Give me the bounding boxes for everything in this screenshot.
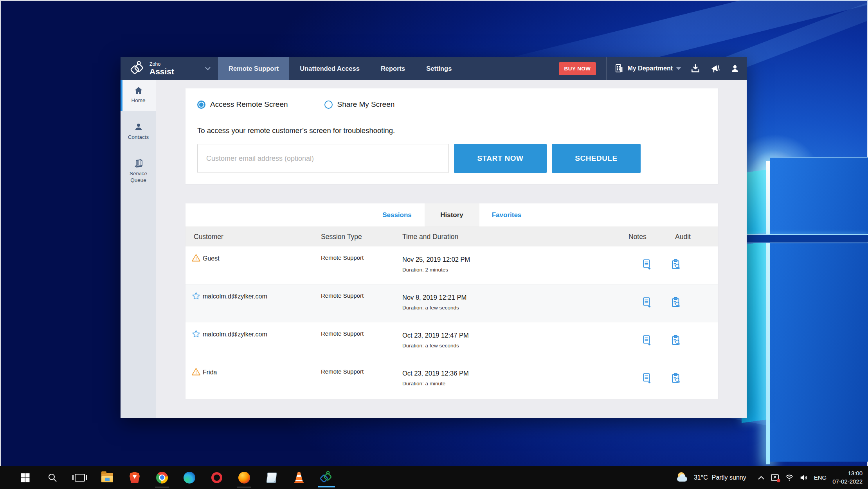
audit-icon <box>671 259 682 271</box>
radio-unselected-icon[interactable] <box>324 101 333 109</box>
add-note-button[interactable] <box>642 373 652 386</box>
start-button[interactable] <box>16 467 34 488</box>
audit-button[interactable] <box>671 297 682 310</box>
sidebar-item-contacts[interactable]: Contacts <box>121 118 156 145</box>
audit-button[interactable] <box>671 259 682 272</box>
sidebar-item-label: Service Queue <box>126 171 151 184</box>
zoho-assist-logo-icon <box>129 60 146 77</box>
chrome-button[interactable] <box>153 467 171 488</box>
sessions-panel: Sessions History Favorites Customer Sess… <box>185 203 718 399</box>
note-add-icon <box>642 259 652 271</box>
notepad-icon <box>267 473 277 483</box>
tab-favorites[interactable]: Favorites <box>479 203 534 227</box>
task-view-icon <box>75 474 85 482</box>
session-duration: Duration: a few seconds <box>402 305 459 311</box>
favorite-star-icon[interactable] <box>191 329 201 340</box>
zoho-assist-window: Zoho Assist Remote Support Unattended Ac… <box>121 57 747 418</box>
edge-icon <box>184 472 195 484</box>
profile-icon <box>730 64 740 73</box>
download-button[interactable] <box>690 63 701 74</box>
notepad-button[interactable] <box>262 467 281 488</box>
schedule-button[interactable]: SCHEDULE <box>552 144 641 173</box>
tab-settings[interactable]: Settings <box>416 57 462 80</box>
weather-widget[interactable]: 31°C Partly sunny <box>677 472 746 484</box>
tab-remote-support[interactable]: Remote Support <box>218 57 289 80</box>
start-now-button[interactable]: START NOW <box>454 144 547 173</box>
buy-now-button[interactable]: BUY NOW <box>559 62 596 75</box>
clock-widget[interactable]: 13:00 07-02-2022 <box>832 469 863 485</box>
service-queue-icon <box>133 159 144 168</box>
firefox-button[interactable] <box>235 467 254 488</box>
contacts-icon <box>134 122 143 132</box>
file-explorer-icon <box>101 473 113 482</box>
note-add-icon <box>642 297 652 309</box>
navbar-tabs: Remote Support Unattended Access Reports… <box>218 57 462 80</box>
edge-button[interactable] <box>180 467 199 488</box>
session-time: Nov 25, 2019 12:02 PM <box>402 256 470 263</box>
screen-share-tray-button[interactable] <box>771 474 779 482</box>
warning-icon <box>191 253 201 264</box>
column-header-notes: Notes <box>628 227 646 246</box>
app-logo-text: Zoho Assist <box>149 62 174 76</box>
customer-name: malcolm.d@zylker.com <box>203 293 267 300</box>
file-explorer-button[interactable] <box>98 467 117 488</box>
language-indicator[interactable]: ENG <box>814 474 827 481</box>
brave-button[interactable] <box>125 467 144 488</box>
add-note-button[interactable] <box>642 335 652 348</box>
volume-icon <box>800 474 808 482</box>
sidebar-item-home[interactable]: Home <box>121 80 156 111</box>
audit-button[interactable] <box>671 335 682 348</box>
vlc-icon <box>294 472 304 483</box>
connect-panel: Access Remote Screen Share My Screen To … <box>185 88 718 184</box>
radio-share-my-screen[interactable]: Share My Screen <box>324 100 395 109</box>
session-type: Remote Support <box>321 254 364 261</box>
session-time: Oct 23, 2019 12:47 PM <box>402 332 469 339</box>
vlc-button[interactable] <box>290 467 308 488</box>
favorite-star-icon[interactable] <box>191 291 201 302</box>
task-view-button[interactable] <box>70 467 89 488</box>
search-button[interactable] <box>43 467 62 488</box>
session-time: Oct 23, 2019 12:36 PM <box>402 370 469 377</box>
column-header-customer: Customer <box>194 227 223 246</box>
windows-logo-divider <box>742 243 868 243</box>
windows-logo-divider <box>742 235 868 243</box>
profile-button[interactable] <box>730 64 740 73</box>
audit-icon <box>671 335 682 347</box>
customer-name: Frida <box>203 369 217 376</box>
clock-time: 13:00 <box>832 469 863 477</box>
app-logo[interactable]: Zoho Assist <box>121 57 205 80</box>
clock-date: 07-02-2022 <box>832 478 863 485</box>
tray-expand-button[interactable] <box>758 475 765 480</box>
sessions-tabs: Sessions History Favorites <box>185 203 718 227</box>
table-header: Customer Session Type Time and Duration … <box>185 227 718 246</box>
radio-access-remote-screen[interactable]: Access Remote Screen <box>197 100 288 109</box>
tab-sessions[interactable]: Sessions <box>370 203 425 227</box>
add-note-button[interactable] <box>642 297 652 310</box>
tab-unattended-access[interactable]: Unattended Access <box>289 57 370 80</box>
tab-history[interactable]: History <box>425 203 479 227</box>
volume-tray-button[interactable] <box>800 474 808 482</box>
department-dropdown[interactable]: My Department <box>614 63 681 74</box>
session-type: Remote Support <box>321 292 364 299</box>
wifi-tray-button[interactable] <box>785 474 794 481</box>
zoho-assist-taskbar-button[interactable] <box>317 467 336 488</box>
opera-button[interactable] <box>207 467 226 488</box>
session-type: Remote Support <box>321 368 364 375</box>
partly-sunny-icon <box>677 472 690 484</box>
sidebar-item-label: Home <box>126 97 151 104</box>
warning-icon <box>191 367 201 378</box>
sidebar-item-service-queue[interactable]: Service Queue <box>121 155 156 188</box>
tab-reports[interactable]: Reports <box>370 57 416 80</box>
app-switcher-chevron[interactable] <box>205 57 211 80</box>
audit-button[interactable] <box>671 373 682 386</box>
download-icon <box>690 63 701 74</box>
search-icon <box>47 473 58 483</box>
radio-selected-icon[interactable] <box>197 101 205 109</box>
add-note-button[interactable] <box>642 259 652 272</box>
brave-icon <box>130 472 140 483</box>
radio-label: Share My Screen <box>337 100 395 109</box>
taskbar-tray: 31°C Partly sunny <box>677 469 868 485</box>
customer-email-input[interactable] <box>197 144 449 173</box>
announcements-button[interactable] <box>710 63 721 74</box>
organization-icon <box>614 63 624 74</box>
